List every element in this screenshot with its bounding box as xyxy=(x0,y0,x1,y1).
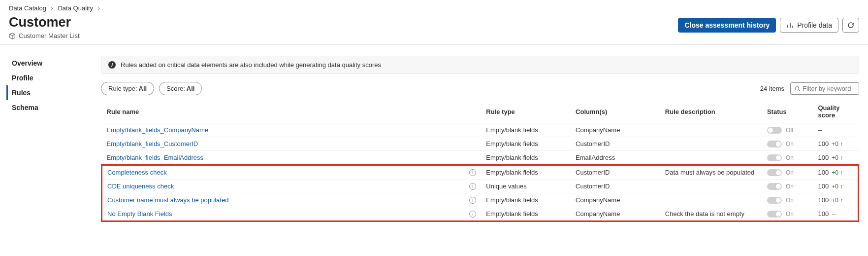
status-toggle[interactable] xyxy=(767,197,782,204)
status-label: On xyxy=(786,197,794,204)
chevron-right-icon: › xyxy=(98,4,100,12)
rule-type-cell: Empty/blank fields xyxy=(481,137,571,151)
columns-cell: CompanyName xyxy=(571,193,660,207)
info-icon[interactable]: i xyxy=(469,211,476,218)
description-cell: Check the data is not empty xyxy=(660,207,762,221)
filter-score-value: All xyxy=(187,85,195,92)
search-box[interactable] xyxy=(790,82,859,95)
table-row: Empty/blank_fields_CompanyNameEmpty/blan… xyxy=(102,123,859,137)
nav-item-overview[interactable]: Overview xyxy=(12,56,101,71)
columns-cell: EmailAddress xyxy=(571,151,660,165)
col-header-columns[interactable]: Column(s) xyxy=(571,100,660,123)
rule-type-cell: Empty/blank fields xyxy=(481,151,571,165)
rule-type-cell: Empty/blank fields xyxy=(481,123,571,137)
columns-cell: CompanyName xyxy=(571,123,660,137)
page-title: Customer xyxy=(9,15,80,30)
status-label: Off xyxy=(786,127,794,134)
columns-cell: CustomerID xyxy=(571,180,660,193)
rule-type-cell: Empty/blank fields xyxy=(481,165,571,180)
rule-type-cell: Empty/blank fields xyxy=(481,193,571,207)
description-cell xyxy=(660,180,762,193)
close-assessment-history-button[interactable]: Close assessment history xyxy=(678,18,776,33)
description-cell xyxy=(660,193,762,207)
svg-point-0 xyxy=(796,86,799,90)
refresh-icon xyxy=(847,21,855,29)
status-toggle[interactable] xyxy=(767,211,782,218)
status-label: On xyxy=(786,211,794,218)
table-row: CDE uniqueness checkiUnique valuesCustom… xyxy=(102,180,859,193)
table-row: Empty/blank_fields_EmailAddressEmpty/bla… xyxy=(102,151,859,165)
info-icon[interactable]: i xyxy=(469,197,476,204)
profile-data-button[interactable]: Profile data xyxy=(780,18,838,33)
table-row: Empty/blank_fields_CustomerIDEmpty/blank… xyxy=(102,137,859,151)
filter-rule-type-value: All xyxy=(139,85,147,92)
rule-name-link[interactable]: Empty/blank_fields_CustomerID xyxy=(107,140,198,147)
filter-rule-type[interactable]: Rule type: All xyxy=(101,82,154,95)
col-header-score[interactable]: Quality score xyxy=(813,100,858,123)
filter-score[interactable]: Score: All xyxy=(159,82,202,95)
search-input[interactable] xyxy=(803,85,855,92)
breadcrumb-item[interactable]: Data Catalog xyxy=(9,4,46,12)
rule-name-link[interactable]: Empty/blank_fields_EmailAddress xyxy=(107,154,204,161)
score-delta: +0 ↑ xyxy=(832,183,843,190)
search-icon xyxy=(795,85,801,92)
description-cell xyxy=(660,123,762,137)
score-value: -- xyxy=(818,126,822,134)
info-icon[interactable]: i xyxy=(469,183,476,190)
score-delta: -- xyxy=(832,211,836,218)
side-nav: Overview Profile Rules Schema xyxy=(0,45,101,222)
status-label: On xyxy=(786,183,794,190)
score-delta: +0 ↑ xyxy=(832,197,843,204)
rule-type-cell: Empty/blank fields xyxy=(481,207,571,221)
nav-item-schema[interactable]: Schema xyxy=(12,100,101,115)
score-value: 100 xyxy=(818,169,829,176)
info-icon: i xyxy=(108,61,116,69)
nav-item-rules[interactable]: Rules xyxy=(6,85,101,100)
score-delta: +0 ↑ xyxy=(832,154,843,161)
rule-type-cell: Unique values xyxy=(481,180,571,193)
table-row: Completeness checkiEmpty/blank fieldsCus… xyxy=(102,165,859,180)
rule-name-link[interactable]: CDE uniqueness check xyxy=(107,183,174,190)
filter-rule-type-label: Rule type: xyxy=(108,85,137,92)
col-header-description[interactable]: Rule description xyxy=(660,100,762,123)
description-cell xyxy=(660,137,762,151)
description-cell: Data must always be populated xyxy=(660,165,762,180)
rule-name-link[interactable]: Customer name must always be populated xyxy=(107,196,228,204)
subtitle: Customer Master List xyxy=(19,32,80,39)
info-bar-text: Rules added on critical data elements ar… xyxy=(121,61,381,69)
filter-score-label: Score: xyxy=(166,85,185,92)
table-row: No Empty Blank FieldsiEmpty/blank fields… xyxy=(102,207,859,221)
chevron-right-icon: › xyxy=(51,4,53,12)
table-row: Customer name must always be populatediE… xyxy=(102,193,859,207)
status-label: On xyxy=(786,169,794,176)
col-header-name[interactable]: Rule name xyxy=(102,100,482,123)
score-delta: +0 ↑ xyxy=(832,169,843,176)
col-header-status[interactable]: Status xyxy=(762,100,813,123)
info-bar: i Rules added on critical data elements … xyxy=(101,56,859,74)
col-header-type[interactable]: Rule type xyxy=(481,100,571,123)
rule-name-link[interactable]: Empty/blank_fields_CompanyName xyxy=(107,126,209,134)
columns-cell: CompanyName xyxy=(571,207,660,221)
status-toggle[interactable] xyxy=(767,127,782,134)
rule-name-link[interactable]: Completeness check xyxy=(107,169,167,176)
score-delta: +0 ↑ xyxy=(832,141,843,147)
columns-cell: CustomerID xyxy=(571,137,660,151)
profile-data-label: Profile data xyxy=(797,21,832,29)
bar-chart-icon xyxy=(786,21,794,29)
description-cell xyxy=(660,151,762,165)
items-count: 24 items xyxy=(760,85,784,92)
status-toggle[interactable] xyxy=(767,183,782,190)
breadcrumb: Data Catalog › Data Quality › xyxy=(0,0,868,12)
status-label: On xyxy=(786,141,794,147)
score-value: 100 xyxy=(818,196,829,204)
nav-item-profile[interactable]: Profile xyxy=(12,71,101,85)
status-toggle[interactable] xyxy=(767,154,782,161)
info-icon[interactable]: i xyxy=(469,169,476,176)
rules-table: Rule name Rule type Column(s) Rule descr… xyxy=(101,100,859,222)
refresh-button[interactable] xyxy=(842,18,859,33)
status-toggle[interactable] xyxy=(767,141,782,147)
score-value: 100 xyxy=(818,154,829,161)
rule-name-link[interactable]: No Empty Blank Fields xyxy=(107,210,172,218)
breadcrumb-item[interactable]: Data Quality xyxy=(58,4,93,12)
status-toggle[interactable] xyxy=(767,169,782,176)
